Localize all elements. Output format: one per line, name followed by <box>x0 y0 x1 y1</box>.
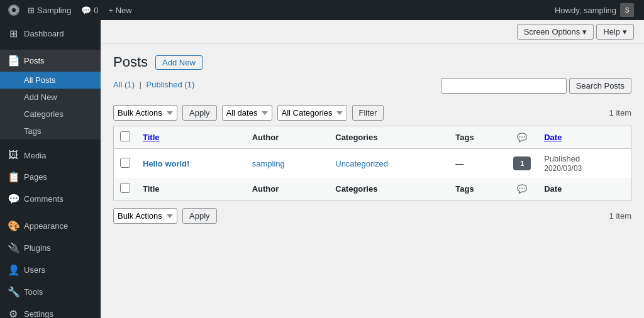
col-footer-checkbox <box>114 178 137 200</box>
howdy-text: Howdy, sampling S <box>550 3 639 17</box>
sort-title-link[interactable]: Title <box>143 133 160 142</box>
category-link[interactable]: Uncategorized <box>335 159 388 168</box>
page-title: Posts <box>113 54 148 70</box>
posts-table: Title Author Categories Tags 💬 Date <box>113 126 631 200</box>
apply-button-bottom[interactable]: Apply <box>182 208 217 224</box>
comments-count[interactable]: 💬 0 <box>76 6 103 15</box>
filter-separator: | <box>140 80 142 89</box>
plugins-icon: 🔌 <box>8 242 19 254</box>
sidebar-item-posts[interactable]: 📄 Posts <box>0 50 101 72</box>
date-status: Published <box>544 154 580 163</box>
media-icon: 🖼 <box>8 150 19 161</box>
col-footer-categories: Categories <box>329 178 449 200</box>
sidebar-item-appearance[interactable]: 🎨 Appearance <box>0 215 101 237</box>
search-input[interactable] <box>441 78 567 94</box>
comment-footer-icon: 💬 <box>517 184 527 194</box>
col-footer-date: Date <box>538 178 631 200</box>
new-item-button[interactable]: + New <box>103 6 136 15</box>
appearance-icon: 🎨 <box>8 220 19 232</box>
sidebar-item-add-new[interactable]: Add New <box>0 89 101 106</box>
sidebar-item-all-posts[interactable]: All Posts <box>0 72 101 89</box>
settings-icon: ⚙ <box>8 308 19 318</box>
comment-column-icon: 💬 <box>517 133 527 142</box>
sidebar-item-comments[interactable]: 💬 Comments <box>0 188 101 210</box>
page-header: Posts Add New <box>113 54 631 70</box>
pages-icon: 📋 <box>8 171 19 183</box>
bulk-actions-select-bottom[interactable]: Bulk Actions <box>113 208 177 224</box>
col-header-tags: Tags <box>449 126 506 149</box>
sidebar-item-tools[interactable]: 🔧 Tools <box>0 281 101 303</box>
col-header-date: Date <box>538 126 631 149</box>
add-new-button[interactable]: Add New <box>155 55 203 70</box>
comment-icon: 💬 <box>81 6 91 15</box>
col-footer-author: Author <box>246 178 330 200</box>
filter-all-link[interactable]: All (1) <box>113 80 137 89</box>
dashboard-icon: ⊞ <box>8 28 19 40</box>
sidebar-item-users[interactable]: 👤 Users <box>0 259 101 281</box>
avatar: S <box>620 3 634 17</box>
table-row: Hello world! sampling Uncategorized — 1 … <box>114 149 631 178</box>
col-header-title: Title <box>136 126 246 149</box>
date-value: 2020/03/03 <box>544 164 582 173</box>
col-footer-tags: Tags <box>449 178 506 200</box>
top-bar: ⊞ Sampling 💬 0 + New Howdy, sampling S <box>0 0 644 20</box>
col-header-checkbox <box>114 126 137 149</box>
filter-button[interactable]: Filter <box>352 105 384 121</box>
main-content: Screen Options ▾ Help ▾ Posts Add New Al… <box>101 20 644 318</box>
search-posts-button[interactable]: Search Posts <box>569 78 631 94</box>
help-chevron-icon: ▾ <box>623 27 627 36</box>
col-header-categories: Categories <box>329 126 449 149</box>
select-all-checkbox-bottom[interactable] <box>120 183 130 193</box>
select-all-checkbox[interactable] <box>120 131 130 141</box>
row-checkbox[interactable] <box>120 158 130 168</box>
col-header-comments: 💬 <box>506 126 538 149</box>
sidebar-item-plugins[interactable]: 🔌 Plugins <box>0 237 101 259</box>
help-button[interactable]: Help ▾ <box>596 24 634 40</box>
filter-published-link[interactable]: Published (1) <box>147 80 195 89</box>
tablenav-bottom: Bulk Actions Apply 1 item <box>113 208 631 224</box>
row-comments: 1 <box>506 149 538 178</box>
tools-icon: 🔧 <box>8 286 19 298</box>
wp-logo-icon[interactable] <box>5 0 23 20</box>
item-count-bottom: 1 item <box>609 211 631 221</box>
apply-button-top[interactable]: Apply <box>182 105 217 121</box>
filter-links: All (1) | Published (1) <box>113 80 194 89</box>
dates-select[interactable]: All dates <box>222 105 272 121</box>
users-icon: 👤 <box>8 264 19 276</box>
sort-date-link[interactable]: Date <box>544 133 562 142</box>
screen-options-bar: Screen Options ▾ Help ▾ <box>101 20 644 44</box>
row-title: Hello world! <box>136 149 246 178</box>
bulk-actions-select-top[interactable]: Bulk Actions <box>113 105 177 121</box>
author-link[interactable]: sampling <box>252 159 285 168</box>
comments-icon: 💬 <box>8 193 19 205</box>
screen-options-button[interactable]: Screen Options ▾ <box>517 24 594 40</box>
sidebar-item-tags[interactable]: Tags <box>0 123 101 140</box>
sidebar-item-pages[interactable]: 📋 Pages <box>0 166 101 188</box>
post-title-link[interactable]: Hello world! <box>143 159 189 168</box>
row-tags: — <box>449 149 506 178</box>
sidebar-item-dashboard[interactable]: ⊞ Dashboard <box>0 23 101 45</box>
sidebar-item-settings[interactable]: ⚙ Settings <box>0 303 101 318</box>
sidebar-item-media[interactable]: 🖼 Media <box>0 145 101 166</box>
col-footer-comments: 💬 <box>506 178 538 200</box>
item-count-top: 1 item <box>609 108 631 118</box>
screen-options-chevron-icon: ▾ <box>582 27 587 36</box>
categories-select[interactable]: All Categories <box>277 105 347 121</box>
col-header-author: Author <box>246 126 330 149</box>
posts-icon: 📄 <box>8 55 19 67</box>
site-name[interactable]: ⊞ Sampling <box>23 6 76 15</box>
row-author: sampling <box>246 149 330 178</box>
col-footer-title: Title <box>136 178 246 200</box>
search-row: Search Posts <box>441 78 631 94</box>
tablenav-top: Bulk Actions Apply All dates All Categor… <box>113 105 631 121</box>
comment-bubble[interactable]: 1 <box>513 156 531 170</box>
row-categories: Uncategorized <box>329 149 449 178</box>
sidebar-item-categories[interactable]: Categories <box>0 106 101 123</box>
row-date: Published 2020/03/03 <box>538 149 631 178</box>
sidebar: ⊞ Dashboard 📄 Posts All Posts Add New Ca… <box>0 20 101 318</box>
